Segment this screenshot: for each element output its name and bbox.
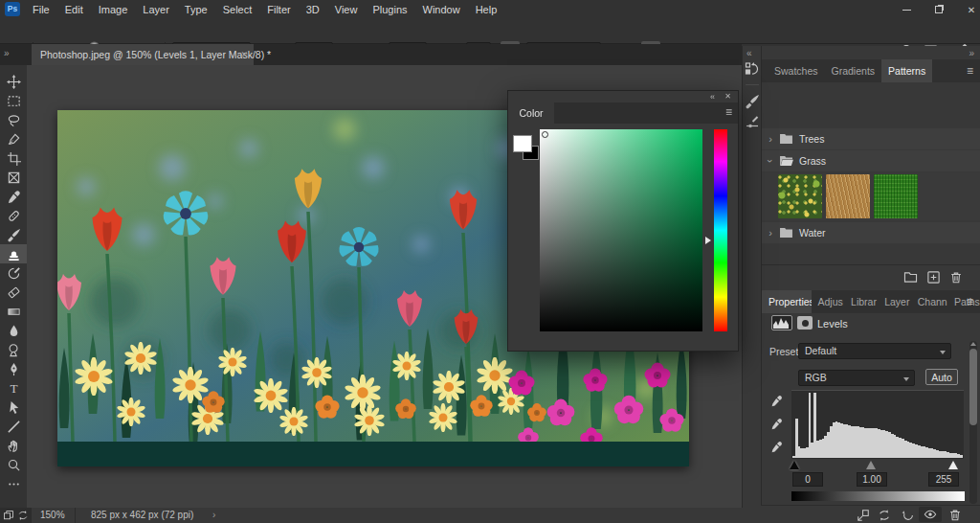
frame-tool[interactable] xyxy=(0,168,27,187)
tab-libraries[interactable]: Librar xyxy=(844,290,878,313)
minimize-button[interactable] xyxy=(892,0,921,19)
spot-healing-brush-tool[interactable] xyxy=(0,206,27,225)
tab-properties[interactable]: Properties xyxy=(762,290,812,313)
foreground-color-swatch[interactable] xyxy=(513,135,532,152)
sync-mini-icon[interactable] xyxy=(17,510,29,521)
pattern-thumbnail-lawn-grass[interactable] xyxy=(874,174,918,218)
pattern-group-grass[interactable]: › Grass xyxy=(762,150,980,171)
new-group-folder-icon[interactable] xyxy=(903,271,918,284)
menu-edit[interactable]: Edit xyxy=(57,1,91,18)
view-previous-state-icon[interactable] xyxy=(878,509,891,522)
line-tool[interactable] xyxy=(0,417,27,436)
input-black-value[interactable]: 0 xyxy=(792,472,823,487)
tab-paths[interactable]: Paths xyxy=(947,290,980,313)
gradient-tool[interactable] xyxy=(0,302,27,321)
blur-tool[interactable] xyxy=(0,321,27,340)
menu-3d[interactable]: 3D xyxy=(299,1,327,18)
layers-mini-icon[interactable] xyxy=(3,510,14,521)
gray-point-sampler-icon[interactable] xyxy=(770,418,783,430)
layer-mask-icon[interactable] xyxy=(797,316,813,330)
chevron-right-icon[interactable]: › xyxy=(762,133,779,145)
gamma-value[interactable]: 1.00 xyxy=(857,472,887,487)
toggle-visibility-eye-icon[interactable] xyxy=(919,507,942,522)
auto-button[interactable]: Auto xyxy=(925,369,958,385)
dock-collapse-icon[interactable]: « xyxy=(746,48,752,58)
hand-tool[interactable] xyxy=(0,436,27,455)
pattern-group-trees[interactable]: › Trees xyxy=(762,128,980,149)
color-panel-collapse-icon[interactable]: « xyxy=(710,92,715,102)
hue-slider[interactable] xyxy=(714,129,727,331)
hue-slider-marker[interactable] xyxy=(705,237,711,244)
pattern-thumbnail-dry-grass[interactable] xyxy=(826,174,870,218)
tab-adjustments[interactable]: Adjus xyxy=(812,290,845,313)
path-selection-tool[interactable] xyxy=(0,398,27,417)
pen-tool[interactable] xyxy=(0,359,27,378)
white-point-sampler-icon[interactable] xyxy=(770,441,783,453)
close-button[interactable]: ✕ xyxy=(957,0,980,19)
output-levels-gradient[interactable] xyxy=(791,491,965,501)
tab-swatches[interactable]: Swatches xyxy=(768,59,825,82)
color-field[interactable] xyxy=(540,129,702,331)
type-tool[interactable]: T xyxy=(0,378,27,398)
delete-adjustment-icon[interactable] xyxy=(948,508,962,522)
scrollbar-thumb[interactable] xyxy=(969,349,977,425)
brush-tool[interactable] xyxy=(0,225,27,244)
history-panel-icon[interactable] xyxy=(745,61,760,77)
document-tab-close-icon[interactable]: ✕ xyxy=(240,44,248,65)
black-point-sampler-icon[interactable] xyxy=(770,395,783,407)
clone-stamp-tool[interactable] xyxy=(0,244,27,263)
chevron-down-icon[interactable]: › xyxy=(765,152,776,170)
color-panel-close-icon[interactable]: ✕ xyxy=(724,92,731,101)
history-brush-tool[interactable] xyxy=(0,263,27,283)
preset-select[interactable]: Default xyxy=(798,343,951,359)
input-white-value[interactable]: 255 xyxy=(928,472,959,487)
panel-collapse-icon[interactable]: » xyxy=(969,48,974,58)
zoom-tool[interactable] xyxy=(0,455,27,474)
menu-view[interactable]: View xyxy=(327,1,366,18)
input-white-slider[interactable] xyxy=(948,461,958,469)
color-panel-menu-icon[interactable]: ≡ xyxy=(725,105,732,119)
crop-tool[interactable] xyxy=(0,148,27,168)
menu-help[interactable]: Help xyxy=(468,1,505,18)
menu-file[interactable]: File xyxy=(25,1,57,18)
chevron-right-icon[interactable]: › xyxy=(762,227,779,239)
tab-layers[interactable]: Layer xyxy=(878,290,911,313)
delete-pattern-icon[interactable] xyxy=(949,270,963,284)
input-black-slider[interactable] xyxy=(790,461,799,469)
zoom-level[interactable]: 150% xyxy=(40,510,65,520)
dodge-tool[interactable] xyxy=(0,340,27,359)
brushes-panel-icon[interactable] xyxy=(745,94,760,109)
edit-toolbar-icon[interactable] xyxy=(0,474,27,493)
menu-plugins[interactable]: Plugins xyxy=(365,1,414,18)
tabbar-collapse-icon[interactable]: » xyxy=(4,48,10,58)
rectangular-marquee-tool[interactable] xyxy=(0,91,27,110)
new-pattern-icon[interactable] xyxy=(926,270,941,284)
gamma-slider[interactable] xyxy=(866,461,876,469)
patterns-menu-icon[interactable]: ≡ xyxy=(967,64,973,78)
scroll-up-icon[interactable] xyxy=(970,342,976,346)
color-field-marker[interactable] xyxy=(542,131,548,138)
properties-scrollbar[interactable] xyxy=(969,341,977,504)
eyedropper-tool[interactable] xyxy=(0,187,27,206)
menu-filter[interactable]: Filter xyxy=(259,1,298,18)
menu-type[interactable]: Type xyxy=(177,1,215,18)
lasso-tool[interactable] xyxy=(0,110,27,129)
eraser-tool[interactable] xyxy=(0,283,27,302)
document-tab[interactable]: Photoshop.jpeg @ 150% (Levels 1, Layer M… xyxy=(32,44,254,65)
clip-to-layer-icon[interactable] xyxy=(857,509,870,522)
move-tool[interactable] xyxy=(0,72,27,91)
channel-select[interactable]: RGB xyxy=(798,370,915,386)
restore-button[interactable] xyxy=(924,0,953,19)
brush-settings-panel-icon[interactable] xyxy=(745,115,760,130)
tab-channels[interactable]: Chann xyxy=(911,290,947,313)
pattern-group-water[interactable]: › Water xyxy=(762,222,980,243)
menu-select[interactable]: Select xyxy=(215,1,260,18)
menu-window[interactable]: Window xyxy=(415,1,468,18)
menu-layer[interactable]: Layer xyxy=(135,1,177,18)
tab-patterns[interactable]: Patterns xyxy=(881,59,932,82)
menu-image[interactable]: Image xyxy=(91,1,136,18)
reset-adjustment-icon[interactable] xyxy=(902,509,915,522)
properties-menu-icon[interactable]: ≡ xyxy=(967,295,973,308)
tab-gradients[interactable]: Gradients xyxy=(825,59,882,82)
object-selection-tool[interactable] xyxy=(0,129,27,148)
